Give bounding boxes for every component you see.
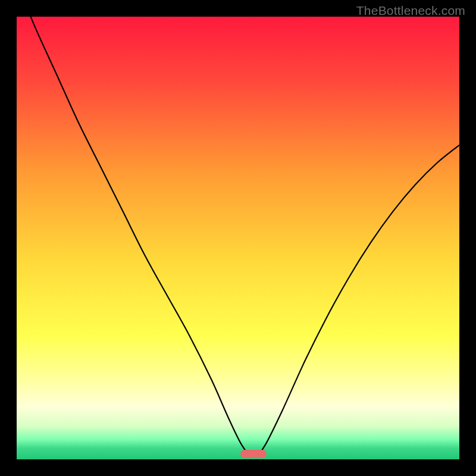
optimal-marker (240, 450, 267, 458)
plot-area (17, 17, 459, 459)
bottleneck-chart: TheBottleneck.com (0, 0, 476, 476)
chart-curve-layer (17, 17, 459, 459)
bottleneck-curve (17, 17, 459, 457)
watermark-text: TheBottleneck.com (356, 4, 465, 18)
